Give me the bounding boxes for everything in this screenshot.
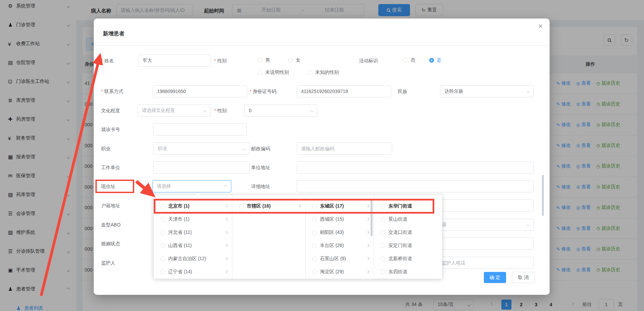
ethnicity-select[interactable]: 达斡尔族 [440, 85, 534, 97]
education-select[interactable]: 请选择文化程度 [138, 104, 210, 117]
chevron-right-icon [225, 231, 228, 234]
radio-icon [258, 70, 263, 75]
radio-icon[interactable] [160, 256, 165, 261]
gender-male-radio[interactable]: 男 [258, 57, 270, 63]
employer-label: 工作单位 [101, 165, 120, 171]
radio-icon[interactable] [160, 204, 165, 209]
cascader-option[interactable]: 辽宁省 (14) [154, 265, 232, 278]
cascader-option[interactable]: 市辖区 (16) [232, 199, 305, 213]
radio-icon[interactable] [381, 217, 385, 222]
postal-input[interactable] [297, 143, 392, 155]
cascader-option[interactable]: 内蒙古自治区 (12) [154, 252, 232, 265]
gender-label: 性别 [214, 58, 227, 64]
radio-icon [258, 58, 263, 63]
radio-icon[interactable] [239, 204, 244, 209]
confirm-button[interactable]: 确 定 [484, 272, 506, 283]
cascader-option[interactable]: 北新桥街道 [374, 252, 443, 265]
postal-label: 邮政编码 [251, 146, 270, 152]
cascader-province-column: 北京市 (1) 天津市 (1) 河北省 (11) 山西省 (11) 内蒙 [154, 195, 232, 279]
radio-icon[interactable] [381, 230, 385, 235]
marital-status-label: 婚姻状态 [101, 241, 120, 247]
chevron-right-icon [366, 218, 370, 221]
gender-female-radio[interactable]: 女 [288, 57, 300, 63]
employer-address-input[interactable] [297, 161, 534, 174]
radio-icon[interactable] [312, 243, 317, 248]
chevron-down-icon [527, 223, 530, 226]
gender-unexplained-radio[interactable]: 未说明性别 [258, 69, 289, 75]
current-address-cascader[interactable]: 请选择 [152, 180, 231, 192]
detail-address-input[interactable] [297, 180, 534, 192]
cascader-option[interactable]: 山西省 (11) [154, 239, 232, 252]
gender-unknown-radio[interactable]: 未知的性别 [308, 69, 339, 75]
radio-icon[interactable] [160, 243, 165, 248]
education-label: 文化程度 [101, 108, 120, 114]
name-input[interactable] [138, 55, 211, 67]
cascader-option[interactable]: 朝阳区 (43) [305, 226, 374, 239]
id-number-input[interactable] [297, 85, 391, 97]
active-no-radio[interactable]: 否 [403, 57, 415, 63]
cascader-option[interactable]: 东华门街道 [374, 199, 443, 213]
cascader-option[interactable]: 西城区 (15) [305, 213, 374, 226]
cascader-option[interactable]: 北京市 (1) [154, 199, 232, 213]
detail-address-label: 详细地址 [251, 184, 270, 190]
cascader-option[interactable]: 交道口街道 [374, 226, 443, 239]
contact-input[interactable] [153, 85, 247, 97]
close-icon[interactable]: × [536, 22, 545, 31]
id-number-label: 身份证号码 [250, 89, 276, 95]
cascader-option[interactable]: 东城区 (17) [305, 199, 374, 213]
chevron-right-icon [225, 244, 228, 247]
column-scrollbar[interactable] [371, 199, 373, 236]
gender2-select[interactable]: 0 [244, 104, 317, 117]
app-screen: ⚙ 系统管理 ♟ 门诊管理 ¥ 收费工作站 ▤ 住院管理 ⊡ [0, 0, 644, 311]
active-flag-label: 活动标识 [359, 58, 378, 64]
radio-icon[interactable] [381, 243, 385, 248]
radio-icon [403, 58, 408, 63]
radio-icon[interactable] [160, 217, 165, 222]
cascader-option[interactable]: 河北省 (11) [154, 226, 232, 239]
cascader-city-column: 市辖区 (16) [232, 195, 305, 279]
cascader-option[interactable]: 天津市 (1) [154, 213, 232, 226]
radio-icon [308, 70, 313, 75]
cascader-option[interactable]: 景山街道 [374, 213, 443, 226]
radio-icon[interactable] [381, 256, 385, 261]
current-address-label: 现住址 [101, 184, 115, 190]
chevron-right-icon [225, 205, 228, 208]
chevron-right-icon [366, 270, 370, 274]
chevron-right-icon [366, 205, 370, 208]
chevron-down-icon [242, 147, 246, 150]
chevron-down-icon [203, 109, 207, 112]
chevron-right-icon [298, 205, 301, 208]
cascader-option[interactable]: 安定门街道 [374, 239, 443, 252]
radio-icon[interactable] [312, 230, 317, 235]
radio-icon[interactable] [312, 217, 317, 222]
cancel-button[interactable]: 取 消 [512, 272, 535, 283]
name-label: 姓名 [101, 58, 114, 64]
radio-icon[interactable] [381, 270, 385, 274]
radio-icon[interactable] [312, 204, 317, 209]
contact-label: 联系方式 [101, 89, 123, 95]
cascader-option[interactable]: 丰台区 (26) [305, 239, 374, 252]
address-cascader-dropdown: 北京市 (1) 天津市 (1) 河北省 (11) 山西省 (11) 内蒙 [153, 195, 442, 279]
occupation-select[interactable]: 职业 [153, 143, 250, 155]
guardian-label: 监护人 [101, 260, 115, 266]
chevron-right-icon [366, 231, 370, 234]
cascader-option[interactable]: 东四街道 [374, 265, 443, 278]
card-number-input[interactable] [153, 123, 247, 135]
cascader-street-column: 东华门街道 景山街道 交道口街道 安定门街道 北新桥街道 [374, 195, 443, 279]
radio-icon[interactable] [160, 270, 165, 274]
employer-input[interactable] [153, 161, 250, 174]
dialog-title: 新增患者 [103, 30, 124, 37]
chevron-up-icon [224, 185, 228, 188]
radio-icon[interactable] [381, 204, 385, 209]
employer-address-label: 单位地址 [251, 165, 270, 171]
occupation-label: 职业 [101, 146, 111, 152]
radio-icon[interactable] [312, 256, 317, 261]
chevron-right-icon [225, 257, 228, 260]
cascader-option[interactable]: 石景山区 (9) [305, 252, 374, 265]
modal-scrollbar[interactable] [542, 175, 544, 216]
cascader-option[interactable]: 海淀区 (29) [305, 265, 374, 278]
radio-icon[interactable] [312, 270, 317, 274]
radio-icon [288, 58, 293, 63]
active-yes-radio[interactable]: 是 [429, 57, 441, 63]
radio-icon[interactable] [160, 230, 165, 235]
